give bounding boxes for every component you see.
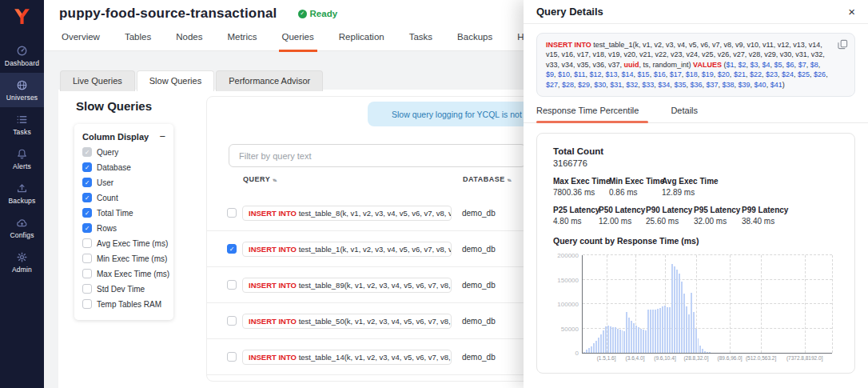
sidebar-nav: DashboardUniversesTasksAlertsBackupsConf…: [0, 38, 44, 279]
database-cell: demo_db: [462, 245, 496, 254]
y-axis-label: 100000: [557, 301, 579, 308]
sql-keyword-insert: INSERT INTO: [546, 41, 591, 49]
column-toggle-max-exec-time-ms[interactable]: Max Exec Time (ms): [82, 269, 165, 278]
column-toggle-database[interactable]: Database: [82, 162, 165, 172]
tab-queries[interactable]: Queries: [281, 25, 316, 50]
sql-keyword: INSERT INTO: [249, 281, 297, 290]
stat-label: Min Exec Time: [609, 177, 662, 186]
sidebar-item-universes[interactable]: Universes: [0, 73, 44, 107]
sql-keyword: INSERT INTO: [249, 245, 297, 254]
tab-backups[interactable]: Backups: [456, 25, 494, 50]
universe-icon: [16, 79, 28, 91]
tab-tasks[interactable]: Tasks: [408, 25, 434, 50]
sort-icon[interactable]: ▾▴: [273, 177, 276, 182]
sql-param: $23: [766, 70, 778, 78]
stat-label: P50 Latency: [599, 206, 646, 214]
row-checkbox[interactable]: [227, 244, 237, 254]
column-toggle-avg-exec-time-ms[interactable]: Avg Exec Time (ms): [82, 238, 165, 248]
checkbox-min-exec-time-ms[interactable]: [82, 254, 92, 263]
query-text: test_table_8(k, v1, v2, v3, v4, v5, v6, …: [297, 209, 452, 218]
stat-value: 4.80 ms: [553, 217, 599, 226]
tab-overview[interactable]: Overview: [60, 25, 102, 50]
sql-columns-tail: , ts, random_int): [639, 61, 694, 69]
column-toggle-std-dev-time[interactable]: Std Dev Time: [82, 284, 165, 294]
backups-icon: [16, 182, 28, 194]
tab-metrics[interactable]: Metrics: [225, 25, 258, 50]
sql-param: $15: [638, 70, 650, 78]
checkbox-user[interactable]: [82, 178, 92, 187]
row-checkbox[interactable]: [227, 316, 237, 326]
row-checkbox[interactable]: [227, 352, 237, 362]
row-checkbox[interactable]: [227, 280, 237, 290]
close-icon[interactable]: ×: [848, 6, 855, 18]
column-display-card: Column Display − QueryDatabaseUserCountT…: [74, 124, 173, 320]
sort-icon[interactable]: ▾▴: [508, 177, 511, 182]
column-header-database[interactable]: DATABASE▾▴: [463, 175, 511, 183]
stat-label: P90 Latency: [646, 206, 694, 214]
checkbox-max-exec-time-ms[interactable]: [82, 269, 92, 278]
checkbox-rows[interactable]: [82, 223, 92, 233]
x-axis-label: (89.6,96.0]: [718, 355, 743, 361]
query-cell[interactable]: INSERT INTO test_table_1(k, v1, v2, v3, …: [242, 242, 452, 257]
sidebar-item-configs[interactable]: Configs: [0, 210, 44, 245]
column-header-query[interactable]: QUERY▾▴: [243, 175, 463, 183]
tab-replication[interactable]: Replication: [337, 25, 386, 50]
column-toggle-count[interactable]: Count: [82, 193, 165, 202]
checkbox-database[interactable]: [82, 162, 92, 172]
collapse-icon[interactable]: −: [159, 133, 165, 141]
stat-value: 12.89 ms: [662, 188, 719, 197]
histogram-bar: [674, 266, 675, 353]
histogram-bar: [667, 307, 668, 353]
sql-param: $39: [739, 81, 751, 89]
column-header-label: DATABASE: [463, 175, 505, 183]
histogram-bars: [583, 255, 711, 353]
checkbox-count[interactable]: [82, 193, 92, 202]
sidebar-item-label: Alerts: [13, 162, 31, 170]
checkbox-temp-tables-ram[interactable]: [82, 299, 92, 309]
stat-label: Max Exec Time: [553, 177, 609, 186]
checkbox-query[interactable]: [82, 147, 92, 157]
histogram-bar: [631, 321, 632, 353]
column-toggle-rows[interactable]: Rows: [82, 223, 165, 233]
query-cell[interactable]: INSERT INTO test_table_8(k, v1, v2, v3, …: [242, 206, 452, 221]
column-toggle-query[interactable]: Query: [82, 147, 165, 157]
query-text: test_table_89(k, v1, v2, v3, v4, v5, v6,…: [297, 281, 452, 290]
sidebar-item-alerts[interactable]: Alerts: [0, 142, 44, 176]
column-toggle-label: Database: [97, 163, 131, 172]
column-toggle-min-exec-time-ms[interactable]: Min Exec Time (ms): [82, 254, 165, 263]
histogram-bar: [669, 307, 671, 353]
query-sub-tabs: Live QueriesSlow QueriesPerformance Advi…: [60, 70, 325, 91]
subtab-performance-advisor[interactable]: Performance Advisor: [216, 70, 323, 91]
sidebar-item-tasks[interactable]: Tasks: [0, 107, 44, 142]
row-checkbox[interactable]: [227, 208, 237, 218]
y-axis-label: 150000: [557, 276, 579, 283]
yugabyte-logo[interactable]: [0, 0, 44, 32]
checkbox-std-dev-time[interactable]: [82, 284, 92, 294]
query-text: test_table_14(k, v1, v2, v3, v4, v5, v6,…: [297, 353, 452, 362]
tab-nodes[interactable]: Nodes: [174, 25, 204, 50]
column-toggle-total-time[interactable]: Total Time: [82, 208, 165, 218]
x-axis-label: (3.6,4.0]: [626, 355, 645, 361]
details-tab-response-time-percentile[interactable]: Response Time Percentile: [536, 106, 639, 122]
query-cell[interactable]: INSERT INTO test_table_14(k, v1, v2, v3,…: [242, 350, 452, 365]
status-badge: Ready: [298, 9, 338, 18]
sql-param: $2: [738, 61, 746, 69]
sql-keyword: INSERT INTO: [249, 353, 297, 362]
copy-icon[interactable]: [838, 39, 848, 50]
column-toggle-user[interactable]: User: [82, 178, 165, 187]
query-filter-input[interactable]: [229, 144, 526, 167]
checkbox-total-time[interactable]: [82, 208, 92, 218]
tab-tables[interactable]: Tables: [123, 25, 153, 50]
checkbox-avg-exec-time-ms[interactable]: [82, 238, 92, 248]
sidebar-item-dashboard[interactable]: Dashboard: [0, 38, 44, 73]
subtab-live-queries[interactable]: Live Queries: [60, 70, 135, 91]
subtab-slow-queries[interactable]: Slow Queries: [137, 70, 214, 91]
query-cell[interactable]: INSERT INTO test_table_50(k, v1, v2, v3,…: [242, 314, 452, 329]
histogram-bar: [628, 318, 630, 354]
details-tab-details[interactable]: Details: [671, 106, 698, 122]
histogram-bar: [640, 329, 642, 354]
sidebar-item-admin[interactable]: Admin: [0, 245, 44, 279]
column-toggle-temp-tables-ram[interactable]: Temp Tables RAM: [82, 299, 165, 309]
query-cell[interactable]: INSERT INTO test_table_89(k, v1, v2, v3,…: [242, 278, 452, 293]
sidebar-item-backups[interactable]: Backups: [0, 176, 44, 210]
